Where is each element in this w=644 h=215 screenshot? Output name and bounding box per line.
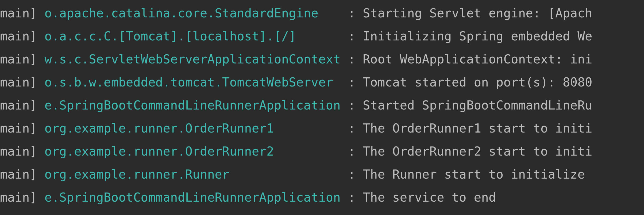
thread-name: main] — [0, 6, 37, 20]
logger-name: o.a.c.c.C.[Tomcat].[localhost].[/] — [44, 29, 341, 43]
log-line: main] org.example.runner.OrderRunner1 : … — [0, 117, 644, 140]
thread-name: main] — [0, 144, 37, 159]
thread-name: main] — [0, 52, 37, 66]
log-message: Started SpringBootCommandLineRu — [363, 98, 592, 112]
separator: : — [348, 98, 363, 112]
logger-name: o.apache.catalina.core.StandardEngine — [44, 6, 341, 20]
log-line: main] o.apache.catalina.core.StandardEng… — [0, 2, 644, 25]
separator: : — [348, 190, 363, 205]
log-line: main] org.example.runner.Runner : The Ru… — [0, 163, 644, 186]
separator: : — [348, 29, 363, 43]
log-message: Tomcat started on port(s): 8080 — [363, 75, 592, 89]
separator: : — [348, 52, 363, 66]
thread-name: main] — [0, 190, 37, 205]
log-line: main] org.example.runner.OrderRunner2 : … — [0, 140, 644, 163]
logger-name: org.example.runner.OrderRunner2 — [44, 144, 341, 159]
log-line: main] o.s.b.w.embedded.tomcat.TomcatWebS… — [0, 71, 644, 94]
log-message: Root WebApplicationContext: ini — [363, 52, 592, 66]
thread-name: main] — [0, 98, 37, 112]
separator: : — [348, 6, 363, 20]
console-output[interactable]: main] o.apache.catalina.core.StandardEng… — [0, 0, 644, 209]
logger-name: e.SpringBootCommandLineRunnerApplication — [44, 190, 341, 205]
log-line: main] e.SpringBootCommandLineRunnerAppli… — [0, 186, 644, 209]
logger-name: org.example.runner.OrderRunner1 — [44, 121, 341, 135]
separator: : — [348, 121, 363, 135]
thread-name: main] — [0, 121, 37, 135]
log-line: main] e.SpringBootCommandLineRunnerAppli… — [0, 94, 644, 117]
log-message: The OrderRunner2 start to initi — [363, 144, 592, 159]
log-message: The OrderRunner1 start to initi — [363, 121, 592, 135]
log-line: main] w.s.c.ServletWebServerApplicationC… — [0, 48, 644, 71]
separator: : — [348, 75, 363, 89]
thread-name: main] — [0, 75, 37, 89]
logger-name: org.example.runner.Runner — [44, 167, 341, 182]
separator: : — [348, 167, 363, 182]
log-message: Starting Servlet engine: [Apach — [363, 6, 592, 20]
thread-name: main] — [0, 29, 37, 43]
log-message: The Runner start to initialize — [363, 167, 592, 182]
thread-name: main] — [0, 167, 37, 182]
logger-name: w.s.c.ServletWebServerApplicationContext — [44, 52, 341, 66]
log-message: Initializing Spring embedded We — [363, 29, 592, 43]
log-line: main] o.a.c.c.C.[Tomcat].[localhost].[/]… — [0, 25, 644, 48]
logger-name: e.SpringBootCommandLineRunnerApplication — [44, 98, 341, 112]
separator: : — [348, 144, 363, 159]
logger-name: o.s.b.w.embedded.tomcat.TomcatWebServer — [44, 75, 341, 89]
log-message: The service to end — [363, 190, 496, 205]
